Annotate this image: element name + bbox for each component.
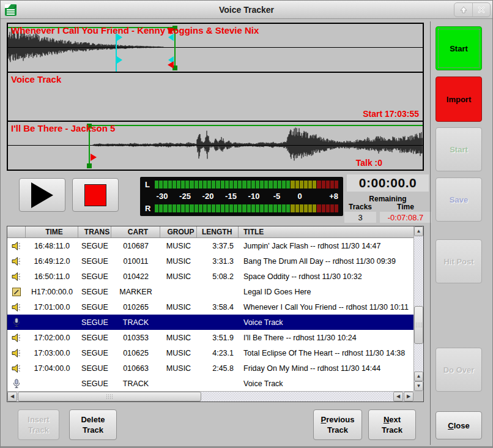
marker-icon [7, 287, 26, 297]
log-cell: Bang The Drum All Day -- rdhost 11/30 09… [239, 257, 413, 266]
scroll-up-button[interactable]: ▲ [414, 226, 423, 236]
time-label: Time [380, 203, 431, 211]
scroll-left-button[interactable]: ◀ [7, 392, 17, 401]
column-header[interactable]: LENGTH [197, 226, 239, 237]
log-cell: 3:58.4 [197, 303, 239, 312]
log-cell: Voice Track [239, 379, 413, 388]
log-cell: 010265 [111, 303, 160, 312]
remaining-label: Remaining [347, 195, 429, 203]
voice-track-waveform[interactable]: Voice Track Start 17:03:55 [8, 73, 423, 121]
log-cell: 010353 [111, 334, 160, 342]
column-header[interactable]: TIME [26, 226, 78, 237]
log-row[interactable]: 16:50:11.0SEGUE010422MUSIC5:08.2Space Od… [7, 269, 413, 284]
scroll-up-button[interactable]: ▲ [414, 371, 423, 381]
close-window-button[interactable] [472, 3, 490, 17]
do-over-button[interactable]: Do Over [436, 348, 482, 392]
next-track-waveform[interactable]: I'll Be There - Jackson 5 Talk :0 [8, 122, 423, 170]
column-header[interactable]: TRANS [78, 226, 111, 237]
log-cell: 16:48:11.0 [26, 242, 78, 250]
log-cell: Legal ID Goes Here [239, 288, 413, 296]
scroll-corner [413, 391, 423, 401]
vertical-separator [430, 21, 431, 445]
start-time-label: Start 17:03:55 [363, 109, 419, 119]
log-cell: SEGUE [78, 303, 111, 312]
import-button[interactable]: Import [436, 77, 482, 122]
button-label: Track [382, 425, 402, 435]
close-button[interactable]: Close [436, 411, 482, 439]
insert-track-button[interactable]: Insert Track [18, 409, 59, 440]
log-cell: 010625 [111, 349, 160, 357]
scroll-left-button[interactable]: ◀ [393, 392, 403, 401]
log-cell: 010011 [111, 257, 160, 266]
start-record-button[interactable]: Start [436, 26, 482, 70]
speaker-icon [7, 302, 26, 312]
log-row[interactable]: 17:03:00.0SEGUE010625MUSIC4:23.1Total Ec… [7, 345, 413, 360]
marker-handle-square[interactable] [87, 163, 92, 168]
end-marker-handle[interactable] [168, 61, 174, 69]
log-cell: 010422 [111, 272, 160, 281]
log-cell: SEGUE [78, 242, 111, 250]
log-cell: SEGUE [78, 288, 111, 296]
play-button[interactable] [19, 178, 65, 212]
log-row[interactable]: SEGUETRACKVoice Track [7, 315, 413, 330]
log-cell: Whenever I Call You Friend -- rdhost 11/… [239, 303, 413, 312]
horizontal-scroll-thumb[interactable] [18, 392, 201, 401]
log-row[interactable]: SEGUETRACKVoice Track [7, 376, 413, 391]
meter-scale: -30-25-20-15-10-50+8 [155, 192, 338, 202]
start-playback-button[interactable]: Start [436, 127, 482, 171]
close-icon [476, 5, 486, 15]
fade-marker-handle[interactable] [117, 56, 122, 64]
log-cell: 17:02:00.0 [26, 334, 78, 342]
track-title: Voice Track [11, 74, 61, 84]
hit-post-button[interactable]: Hit Post [436, 239, 482, 283]
column-header[interactable]: GROUP [160, 226, 197, 237]
button-label: Hit Post [443, 256, 473, 267]
log-row[interactable]: H17:00:00.0SEGUEMARKERLegal ID Goes Here [7, 284, 413, 299]
button-label: Track [327, 425, 348, 435]
log-row[interactable]: 17:02:00.0SEGUE010353MUSIC3:51.9I'll Be … [7, 330, 413, 345]
log-row[interactable]: 17:01:00.0SEGUE010265MUSIC3:58.4Whenever… [7, 299, 413, 315]
scroll-down-button[interactable]: ▼ [414, 381, 423, 391]
track-title: Whenever I Call You Friend - Kenny Loggi… [11, 25, 259, 35]
log-cell: MUSIC [160, 272, 197, 281]
log-cell: 16:49:12.0 [26, 257, 78, 266]
vertical-scroll-thumb[interactable] [414, 306, 423, 344]
stop-icon [84, 184, 106, 206]
log-cell: 17:01:00.0 [26, 303, 78, 312]
log-cell: SEGUE [78, 318, 111, 327]
log-rows: 16:48:11.0SEGUE010687MUSIC3:37.5Jumpin' … [7, 238, 413, 391]
log-cell: TRACK [111, 318, 160, 327]
column-header[interactable]: CART [111, 226, 160, 237]
log-row[interactable]: 17:04:00.0SEGUE010663MUSIC2:45.8Friday O… [7, 360, 413, 376]
next-track-button[interactable]: Next Track [368, 409, 416, 440]
start-marker-handle[interactable] [91, 154, 97, 161]
log-cell: MUSIC [160, 303, 197, 312]
shade-button[interactable] [454, 3, 472, 17]
button-label: Import [447, 94, 471, 105]
button-label: Track [83, 425, 103, 435]
column-header[interactable] [7, 226, 26, 237]
vertical-scrollbar[interactable]: ▲ ▲ ▼ [413, 226, 423, 391]
speaker-icon [7, 241, 26, 251]
log-cell: 4:23.1 [197, 349, 239, 357]
previous-track-waveform[interactable]: Whenever I Call You Friend - Kenny Loggi… [8, 24, 423, 72]
horizontal-scrollbar[interactable]: ◀ ◀ ▶ [7, 391, 413, 401]
previous-track-button[interactable]: Previous Track [313, 409, 362, 440]
speaker-icon [7, 348, 26, 358]
log-cell: 3:51.9 [197, 334, 239, 342]
meter-scale-label: -25 [179, 192, 191, 201]
button-label: Save [450, 195, 468, 205]
log-row[interactable]: 16:48:11.0SEGUE010687MUSIC3:37.5Jumpin' … [7, 238, 413, 253]
save-button[interactable]: Save [436, 177, 482, 222]
log-cell: 010687 [111, 242, 160, 250]
stop-button[interactable] [72, 178, 119, 212]
log-cell: 5:08.2 [197, 272, 239, 281]
column-header[interactable]: TITLE [239, 226, 413, 237]
left-channel-label: L [145, 181, 155, 189]
segue-level-line [89, 125, 423, 126]
scroll-right-button[interactable]: ▶ [404, 392, 413, 401]
log-cell: Jumpin' Jack Flash -- rdhost 11/30 14:47 [239, 242, 413, 250]
time-remaining-value: -0:07:08.7 [380, 212, 431, 223]
delete-track-button[interactable]: Delete Track [69, 409, 117, 440]
log-row[interactable]: 16:49:12.0SEGUE010011MUSIC3:31.3Bang The… [7, 253, 413, 269]
